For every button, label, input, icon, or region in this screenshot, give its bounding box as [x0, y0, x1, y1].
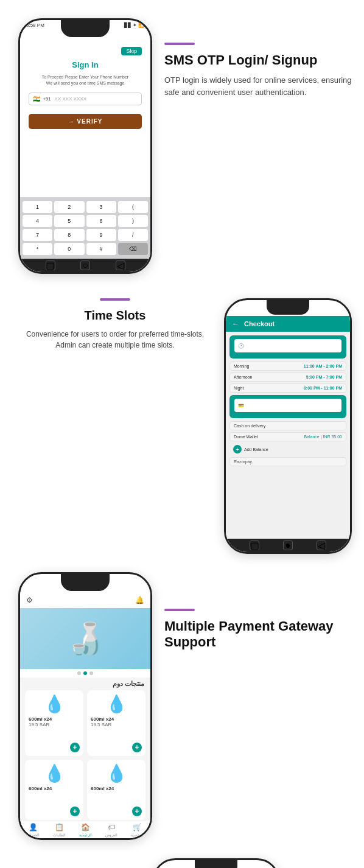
cash-delivery-row[interactable]: Cash on delivery	[229, 421, 346, 430]
razorpay-row[interactable]: Razorpay	[229, 457, 346, 466]
checkout-header: ← Checkout	[226, 316, 350, 332]
nav-circle: ○	[80, 261, 90, 270]
product-price-1: 19.5 SAR	[29, 722, 80, 727]
checkout-phone-frame: ← Checkout 🕐 Morning 11:00 AM - 2:00 PM	[224, 298, 352, 554]
nav-orders-label: الطلبات	[53, 833, 66, 837]
product-item-2[interactable]: 💧 600ml x24 19.5 SAR +	[87, 690, 145, 756]
ts-accent-line	[100, 298, 130, 301]
nav-square: ▢	[250, 541, 259, 550]
product-item-1[interactable]: 💧 600ml x24 19.5 SAR +	[25, 690, 83, 756]
subtitle-line2: We will send you one time SMS message	[46, 81, 125, 85]
slot-morning[interactable]: Morning 11:00 AM - 2:00 PM	[229, 362, 346, 371]
product-image-1: 💧	[29, 694, 80, 714]
add-product-3-button[interactable]: +	[70, 807, 80, 816]
key-4[interactable]: 4	[23, 215, 52, 227]
key-9[interactable]: 9	[86, 229, 116, 241]
key-hash[interactable]: #	[86, 243, 116, 255]
dot-3	[89, 671, 93, 675]
product-item-3[interactable]: 💧 600ml x24 +	[25, 760, 83, 820]
otp-feature-title: SMS OTP Login/ Signup	[164, 52, 352, 68]
slot-morning-label: Morning	[234, 364, 249, 368]
nav-account[interactable]: 👤 الحساب	[27, 823, 40, 837]
checkout-title: Checkout	[244, 320, 275, 327]
add-balance-row[interactable]: + Add Balance	[229, 443, 346, 455]
offers-icon: 🏷	[108, 823, 115, 831]
product-name-2: 600ml x24	[91, 716, 142, 722]
add-product-4-button[interactable]: +	[132, 807, 142, 816]
account-icon: 👤	[29, 823, 38, 831]
nav-home2-label: الرئيسية	[131, 833, 144, 837]
add-product-1-button[interactable]: +	[70, 743, 80, 752]
home-icon: 🏠	[81, 823, 90, 831]
nav-triangle: ◁	[317, 541, 326, 550]
verify-button[interactable]: → VERIFY	[29, 114, 142, 129]
bell-icon[interactable]: 🔔	[135, 596, 144, 604]
timeslots-text-block: Time Slots Convenience for users to orde…	[18, 292, 212, 351]
cash-delivery-label: Cash on delivery	[234, 424, 265, 428]
sign-in-title: Sign In	[29, 60, 142, 69]
key-6[interactable]: 6	[86, 215, 116, 227]
otp-section: 5:58 PM ▊▊ ✦ 📶 Skip Sign In To Proceed P…	[0, 0, 364, 286]
nav-offers[interactable]: 🏷 العروض	[105, 823, 117, 837]
nav-home[interactable]: 🏠 الرئيسية	[79, 823, 92, 837]
product-name-4: 600ml x24	[91, 786, 142, 791]
status-time: 5:58 PM	[26, 23, 44, 28]
dome-wallet-row[interactable]: Dome Wallet Balance | INR 35.00	[229, 432, 346, 441]
time-input[interactable]: 🕐	[234, 339, 341, 352]
water-notch	[61, 574, 110, 591]
payment-feature-title: Multiple Payment Gateway Support	[164, 618, 352, 651]
key-star[interactable]: *	[23, 243, 52, 255]
phone-input-row[interactable]: 🇮🇳 +91 XX XXX XXXX	[29, 93, 142, 105]
product-price-2: 19.5 SAR	[91, 722, 142, 727]
slot-afternoon[interactable]: Afternoon 5:00 PM - 7:00 PM	[229, 373, 346, 382]
key-0[interactable]: 0	[54, 243, 84, 255]
subtitle-line1: To Proceed Please Enter Your Phone Numbe…	[42, 75, 128, 79]
checkout-phone-notch	[267, 300, 309, 315]
product-name-1: 600ml x24	[29, 716, 80, 722]
contact-text-block: Contact Us	[18, 858, 140, 868]
bottle-image: 🍶	[66, 621, 104, 656]
slot-morning-time: 11:00 AM - 2:00 PM	[304, 364, 342, 368]
slot-night[interactable]: Night 8:00 PM - 11:00 PM	[229, 383, 346, 393]
otp-subtitle: To Proceed Please Enter Your Phone Numbe…	[29, 74, 142, 86]
skip-button[interactable]: Skip	[121, 47, 142, 55]
key-paren-close[interactable]: )	[118, 215, 148, 227]
nav-orders[interactable]: 📋 الطلبات	[53, 823, 66, 837]
water-app-header: ⚙ 🔔	[20, 592, 150, 608]
settings-phone-notch	[195, 860, 237, 868]
payment-card: 💳	[229, 395, 346, 418]
key-5[interactable]: 5	[54, 215, 84, 227]
nav-home-label: الرئيسية	[79, 833, 92, 837]
ts-feature-title: Time Slots	[18, 308, 212, 323]
water-banner: 🍶	[20, 608, 150, 669]
otp-phone-frame: 5:58 PM ▊▊ ✦ 📶 Skip Sign In To Proceed P…	[18, 18, 152, 274]
slot-afternoon-label: Afternoon	[234, 375, 252, 379]
product-image-3: 💧	[29, 763, 80, 783]
key-2[interactable]: 2	[54, 201, 84, 213]
key-backspace[interactable]: ⌫	[118, 243, 148, 255]
slot-night-time: 8:00 PM - 11:00 PM	[304, 386, 342, 390]
nav-home2[interactable]: 🛒 الرئيسية	[131, 823, 144, 837]
key-slash[interactable]: /	[118, 229, 148, 241]
settings-icon[interactable]: ⚙	[26, 596, 33, 604]
otp-screen: Skip Sign In To Proceed Please Enter You…	[20, 38, 150, 272]
orders-icon: 📋	[55, 823, 64, 831]
key-3[interactable]: 3	[86, 201, 116, 213]
key-8[interactable]: 8	[54, 229, 84, 241]
checkout-phone-container: ← Checkout 🕐 Morning 11:00 AM - 2:00 PM	[224, 292, 352, 554]
checkout-bottom-bar: ▢ ● ◁	[226, 539, 350, 552]
payment-input[interactable]: 💳	[234, 399, 341, 412]
phone-placeholder: XX XXX XXXX	[55, 96, 86, 102]
key-1[interactable]: 1	[23, 201, 52, 213]
back-icon[interactable]: ←	[232, 320, 239, 328]
keyboard: 1 2 3 ( 4 5 6 ) 7 8 9 / * 0 # ⌫	[20, 197, 150, 259]
add-product-2-button[interactable]: +	[132, 743, 142, 752]
product-item-4[interactable]: 💧 600ml x24 +	[87, 760, 145, 820]
key-7[interactable]: 7	[23, 229, 52, 241]
product-name-3: 600ml x24	[29, 786, 80, 791]
contact-section: Contact Us ← Setting 📋 Your Order ☀ Dark…	[0, 852, 364, 868]
add-balance-label: Add Balance	[244, 447, 268, 452]
checkout-body: 🕐 Morning 11:00 AM - 2:00 PM Afternoon 5…	[226, 332, 350, 539]
products-grid: 💧 600ml x24 19.5 SAR + 💧 600ml x24 19.5 …	[20, 690, 150, 820]
key-paren-open[interactable]: (	[118, 201, 148, 213]
